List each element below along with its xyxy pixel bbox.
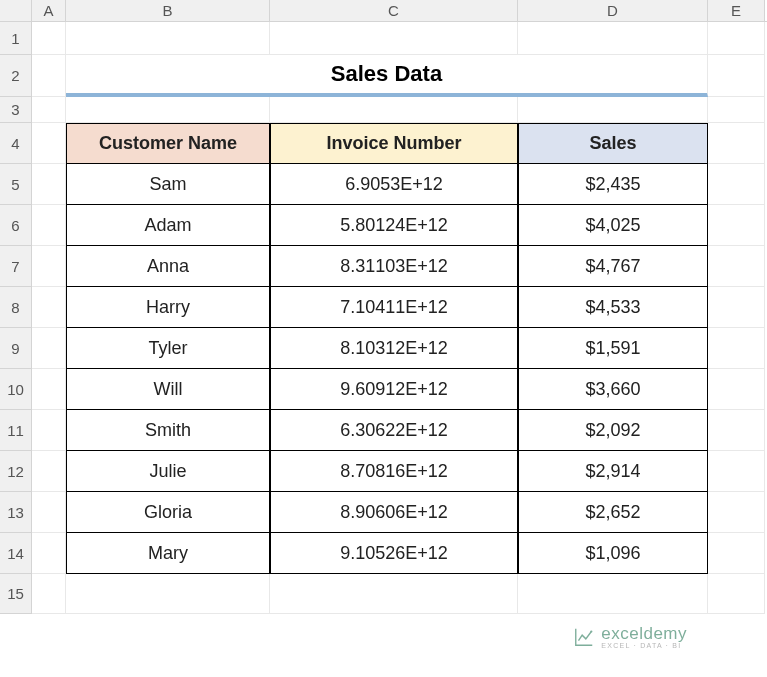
cell-invoice-14[interactable]: 9.10526E+12 [270, 533, 518, 574]
cell-D3[interactable] [518, 97, 708, 123]
cell-A10[interactable] [32, 369, 66, 410]
cell-E11[interactable] [708, 410, 765, 451]
cell-A3[interactable] [32, 97, 66, 123]
cell-customer-11[interactable]: Smith [66, 410, 270, 451]
cell-sales-9[interactable]: $1,591 [518, 328, 708, 369]
cell-invoice-12[interactable]: 8.70816E+12 [270, 451, 518, 492]
cell-sales-6[interactable]: $4,025 [518, 205, 708, 246]
cell-E10[interactable] [708, 369, 765, 410]
cell-invoice-11[interactable]: 6.30622E+12 [270, 410, 518, 451]
cell-sales-14[interactable]: $1,096 [518, 533, 708, 574]
cell-E4[interactable] [708, 123, 765, 164]
cell-customer-13[interactable]: Gloria [66, 492, 270, 533]
cell-customer-7[interactable]: Anna [66, 246, 270, 287]
cell-customer-14[interactable]: Mary [66, 533, 270, 574]
cell-E3[interactable] [708, 97, 765, 123]
row-header-5[interactable]: 5 [0, 164, 32, 205]
cell-customer-5[interactable]: Sam [66, 164, 270, 205]
cell-A7[interactable] [32, 246, 66, 287]
row-header-3[interactable]: 3 [0, 97, 32, 123]
row-header-12[interactable]: 12 [0, 451, 32, 492]
select-all-corner[interactable] [0, 0, 32, 21]
cell-customer-6[interactable]: Adam [66, 205, 270, 246]
cell-C15[interactable] [270, 574, 518, 614]
cell-E14[interactable] [708, 533, 765, 574]
cell-B1[interactable] [66, 22, 270, 55]
cell-invoice-6[interactable]: 5.80124E+12 [270, 205, 518, 246]
cell-sales-7[interactable]: $4,767 [518, 246, 708, 287]
header-invoice[interactable]: Invoice Number [270, 123, 518, 164]
cell-invoice-10[interactable]: 9.60912E+12 [270, 369, 518, 410]
cell-E7[interactable] [708, 246, 765, 287]
cell-B15[interactable] [66, 574, 270, 614]
cell-A13[interactable] [32, 492, 66, 533]
cell-E12[interactable] [708, 451, 765, 492]
cell-E1[interactable] [708, 22, 765, 55]
cell-A12[interactable] [32, 451, 66, 492]
row-header-2[interactable]: 2 [0, 55, 32, 97]
chart-icon [573, 626, 595, 648]
row-headers: 1 2 3 4 5 6 7 8 9 10 11 12 13 14 15 [0, 22, 32, 614]
cell-E9[interactable] [708, 328, 765, 369]
row-header-14[interactable]: 14 [0, 533, 32, 574]
cell-invoice-5[interactable]: 6.9053E+12 [270, 164, 518, 205]
cell-A8[interactable] [32, 287, 66, 328]
col-header-D[interactable]: D [518, 0, 708, 21]
cell-E15[interactable] [708, 574, 765, 614]
cell-E5[interactable] [708, 164, 765, 205]
col-header-B[interactable]: B [66, 0, 270, 21]
cell-A4[interactable] [32, 123, 66, 164]
cell-sales-12[interactable]: $2,914 [518, 451, 708, 492]
cell-A11[interactable] [32, 410, 66, 451]
cell-sales-5[interactable]: $2,435 [518, 164, 708, 205]
grid-body: Sales Data Customer Name Invoice Number … [32, 22, 765, 614]
cell-sales-13[interactable]: $2,652 [518, 492, 708, 533]
header-sales[interactable]: Sales [518, 123, 708, 164]
spreadsheet: A B C D E 1 2 3 4 5 6 7 8 9 10 11 12 13 … [0, 0, 767, 677]
cell-A6[interactable] [32, 205, 66, 246]
row-header-6[interactable]: 6 [0, 205, 32, 246]
cell-E6[interactable] [708, 205, 765, 246]
cell-invoice-13[interactable]: 8.90606E+12 [270, 492, 518, 533]
row-header-15[interactable]: 15 [0, 574, 32, 614]
watermark-main: exceldemy [601, 625, 687, 642]
row-header-9[interactable]: 9 [0, 328, 32, 369]
header-customer[interactable]: Customer Name [66, 123, 270, 164]
cell-A9[interactable] [32, 328, 66, 369]
cell-A1[interactable] [32, 22, 66, 55]
cell-sales-8[interactable]: $4,533 [518, 287, 708, 328]
cell-D15[interactable] [518, 574, 708, 614]
cell-invoice-8[interactable]: 7.10411E+12 [270, 287, 518, 328]
cell-E2[interactable] [708, 55, 765, 97]
cell-customer-12[interactable]: Julie [66, 451, 270, 492]
cell-E13[interactable] [708, 492, 765, 533]
row-header-13[interactable]: 13 [0, 492, 32, 533]
col-header-C[interactable]: C [270, 0, 518, 21]
row-header-10[interactable]: 10 [0, 369, 32, 410]
cell-invoice-9[interactable]: 8.10312E+12 [270, 328, 518, 369]
row-header-7[interactable]: 7 [0, 246, 32, 287]
row-header-1[interactable]: 1 [0, 22, 32, 55]
col-header-E[interactable]: E [708, 0, 765, 21]
row-header-4[interactable]: 4 [0, 123, 32, 164]
cell-E8[interactable] [708, 287, 765, 328]
cell-customer-8[interactable]: Harry [66, 287, 270, 328]
cell-customer-9[interactable]: Tyler [66, 328, 270, 369]
row-header-8[interactable]: 8 [0, 287, 32, 328]
cell-A14[interactable] [32, 533, 66, 574]
cell-sales-11[interactable]: $2,092 [518, 410, 708, 451]
cell-sales-10[interactable]: $3,660 [518, 369, 708, 410]
cell-A15[interactable] [32, 574, 66, 614]
cell-B3[interactable] [66, 97, 270, 123]
cell-C3[interactable] [270, 97, 518, 123]
cell-customer-10[interactable]: Will [66, 369, 270, 410]
cell-A5[interactable] [32, 164, 66, 205]
title-cell[interactable]: Sales Data [66, 55, 708, 97]
watermark: exceldemy EXCEL · DATA · BI [573, 625, 687, 649]
cell-invoice-7[interactable]: 8.31103E+12 [270, 246, 518, 287]
cell-C1[interactable] [270, 22, 518, 55]
cell-A2[interactable] [32, 55, 66, 97]
row-header-11[interactable]: 11 [0, 410, 32, 451]
col-header-A[interactable]: A [32, 0, 66, 21]
cell-D1[interactable] [518, 22, 708, 55]
